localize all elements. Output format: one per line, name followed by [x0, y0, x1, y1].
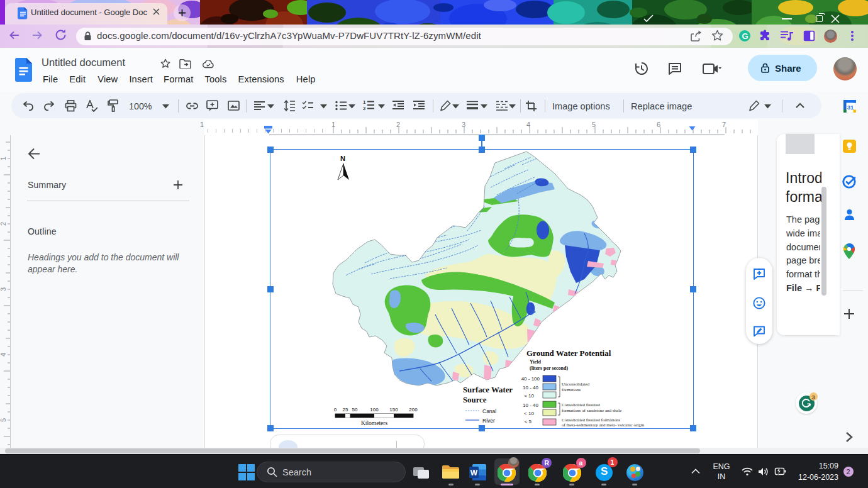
svg-text:1: 1: [0, 157, 7, 160]
svg-text:2: 2: [0, 222, 7, 226]
svg-text:5: 5: [0, 418, 7, 422]
svg-text:W: W: [470, 469, 478, 477]
svg-text:2: 2: [363, 106, 366, 111]
svg-text:3: 3: [0, 287, 7, 291]
svg-text:31: 31: [847, 104, 854, 111]
svg-text:1: 1: [363, 99, 366, 105]
svg-text:4: 4: [0, 353, 7, 357]
